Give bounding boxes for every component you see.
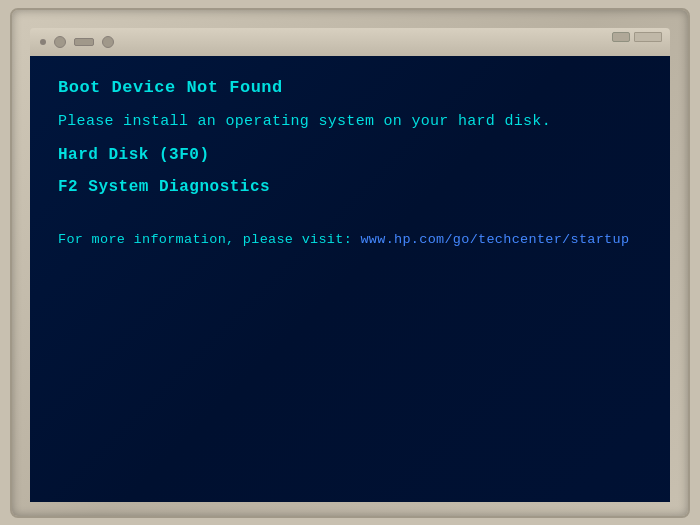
- install-os-message: Please install an operating system on yo…: [58, 113, 642, 130]
- bezel-screw-left: [40, 39, 46, 45]
- hp-url: www.hp.com/go/techcenter/startup: [360, 232, 629, 247]
- hard-disk-code: Hard Disk (3F0): [58, 146, 642, 164]
- info-line: For more information, please visit: www.…: [58, 232, 642, 247]
- info-prefix: For more information, please visit:: [58, 232, 352, 247]
- bezel-element-2: [102, 36, 114, 48]
- boot-error-title: Boot Device Not Found: [58, 78, 642, 97]
- right-bezel-elements: [612, 32, 662, 42]
- top-bezel: [30, 28, 670, 56]
- bezel-indicator: [612, 32, 630, 42]
- bezel-camera: [54, 36, 66, 48]
- f2-diagnostics: F2 System Diagnostics: [58, 178, 642, 196]
- bezel-sensor: [74, 38, 94, 46]
- bezel-chip: [634, 32, 662, 42]
- laptop-frame: Boot Device Not Found Please install an …: [10, 8, 690, 518]
- screen-area: Boot Device Not Found Please install an …: [30, 56, 670, 502]
- screen-content: Boot Device Not Found Please install an …: [30, 56, 670, 502]
